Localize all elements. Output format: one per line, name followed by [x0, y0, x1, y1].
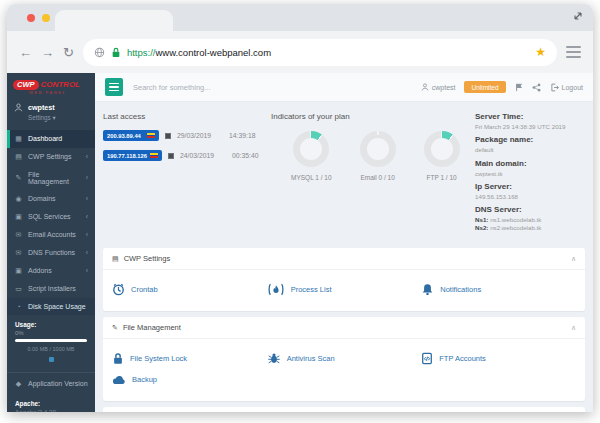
usage-percent: 0%: [15, 330, 87, 336]
sidebar-item-file-management[interactable]: ✎ File Management ‹: [7, 166, 95, 190]
last-access-title: Last access: [103, 112, 271, 121]
pie-chart-icon: ◔: [14, 303, 23, 310]
flag-icon[interactable]: [515, 83, 523, 92]
sidebar-item-dns-functions[interactable]: ✉ DNS Functions ‹: [7, 244, 95, 262]
email-gauge: Email 0 / 10: [360, 131, 396, 181]
server-info-section: Server Time: Fri March 29 14:38:39 UTC 2…: [475, 112, 585, 236]
bug-icon: [267, 352, 281, 365]
sidebar: CWP CONTROL WEB PANEL cwptest Settings ▾…: [7, 73, 95, 412]
access-time: 00:35:40: [232, 152, 258, 159]
sidebar-nav: ▦ Dashboard ▤ CWP Settings ‹ ✎ File Mana…: [7, 130, 95, 315]
fullscreen-icon[interactable]: [573, 11, 583, 21]
dashboard-icon: ▦: [14, 135, 23, 143]
gauges-row: MYSQL 1 / 10 Email 0 / 10 FTP 1 / 10: [271, 131, 475, 181]
last-access-row: 200.93.89.44 29/03/2019 14:39:18: [103, 130, 271, 141]
chevron-left-icon: ‹: [86, 231, 88, 238]
address-bar[interactable]: https://www.control-webpanel.com ★: [83, 39, 557, 66]
clock-icon: [112, 283, 125, 296]
flame-icon: [267, 283, 285, 296]
sidebar-item-domains[interactable]: ◉ Domains ‹: [7, 190, 95, 208]
sidebar-item-sql-services[interactable]: ▣ SQL Services ‹: [7, 208, 95, 226]
crontab-link[interactable]: Crontab: [112, 283, 267, 296]
chevron-left-icon: ‹: [86, 174, 88, 181]
sidebar-item-cwp-settings[interactable]: ▤ CWP Settings ‹: [7, 148, 95, 166]
minimize-button[interactable]: [42, 14, 50, 22]
app-topbar: cwptest Unlimited Logout: [95, 73, 593, 102]
backup-link[interactable]: Backup: [112, 373, 267, 386]
usage-refresh-icon[interactable]: [49, 357, 54, 362]
forward-icon[interactable]: →: [41, 46, 54, 59]
dashboard-content: Last access 200.93.89.44 29/03/2019 14:3…: [95, 102, 593, 412]
last-access-row: 190.77.118.126 24/03/2019 00:35:40: [103, 150, 271, 161]
notifications-link[interactable]: Notifications: [421, 283, 576, 296]
plan-indicators-section: Indicators of your plan MYSQL 1 / 10 Ema…: [271, 112, 475, 236]
sidebar-item-addons[interactable]: ▣ Addons ‹: [7, 262, 95, 280]
process-list-link[interactable]: Process List: [267, 283, 422, 296]
sidebar-item-dashboard[interactable]: ▦ Dashboard: [7, 130, 95, 148]
share-icon[interactable]: [532, 83, 541, 92]
topbar-user[interactable]: cwptest: [421, 83, 456, 91]
ftp-gauge: FTP 1 / 10: [424, 131, 460, 181]
browser-tab[interactable]: [55, 10, 173, 31]
sidebar-item-script-installers[interactable]: ▭ Script Installers: [7, 280, 95, 298]
sidebar-item-disk-space-usage[interactable]: ◔ Disk Space Usage: [7, 298, 95, 315]
sidebar-username: cwptest: [28, 103, 56, 112]
collapse-icon[interactable]: ∧: [571, 255, 576, 263]
chevron-left-icon: ‹: [86, 267, 88, 274]
package-name: Package name: default: [475, 135, 585, 154]
sidebar-user-block: cwptest Settings ▾: [7, 99, 95, 127]
host-icon: [168, 153, 174, 159]
url-text: https://www.control-webpanel.com: [127, 47, 271, 58]
close-button[interactable]: [27, 14, 35, 22]
panel-title: CWP Settings: [124, 254, 171, 263]
edit-icon: ✎: [112, 324, 118, 332]
panel-header: ◉ Domains ∧: [103, 407, 585, 412]
last-access-section: Last access 200.93.89.44 29/03/2019 14:3…: [103, 112, 271, 236]
reload-icon[interactable]: ↻: [63, 46, 74, 59]
browser-menu-icon[interactable]: [566, 46, 581, 58]
info-icon: ◆: [14, 380, 23, 388]
panel-domains: ◉ Domains ∧: [103, 407, 585, 412]
ip-badge: 200.93.89.44: [103, 130, 159, 141]
sidebar-item-email-accounts[interactable]: ✉ Email Accounts ‹: [7, 226, 95, 244]
chevron-left-icon: ‹: [86, 153, 88, 160]
panel-cwp-settings: ▤ CWP Settings ∧ Crontab Process List: [103, 248, 585, 311]
search-input[interactable]: [131, 82, 413, 93]
cwp-logo-title: CONTROL: [40, 80, 80, 89]
database-icon: ▣: [14, 213, 23, 221]
access-date: 24/03/2019: [180, 152, 226, 159]
donut-chart: [360, 131, 396, 167]
monitor-icon: ▭: [14, 285, 23, 293]
sidebar-toggle-button[interactable]: [105, 78, 123, 96]
logout-button[interactable]: Logout: [550, 83, 583, 92]
browser-toolbar: ← → ↻ https://www.control-webpanel.com ★: [7, 31, 593, 73]
access-time: 14:39:18: [229, 132, 255, 139]
lock-icon: [111, 47, 121, 58]
user-icon: [14, 103, 23, 112]
sidebar-settings-link[interactable]: Settings ▾: [28, 114, 56, 121]
collapse-icon[interactable]: ∧: [571, 324, 576, 332]
panel-file-management: ✎ File Management ∧ File System Lock Ant…: [103, 317, 585, 401]
antivirus-scan-link[interactable]: Antivirus Scan: [267, 352, 422, 365]
ftp-accounts-link[interactable]: FTP Accounts: [421, 352, 576, 365]
url-scheme: https://: [127, 47, 156, 58]
usage-progress-bar: [15, 339, 87, 342]
cwp-logo-subtitle: WEB PANEL: [29, 91, 89, 95]
sidebar-divider: [7, 372, 95, 373]
donut-chart: [424, 131, 460, 167]
sidebar-item-application-version[interactable]: ◆ Application Version: [7, 375, 95, 393]
apache-version-block: Apache: Apache/2.4.39 PHP:: [7, 393, 95, 412]
dns-server: DNS Server: Ns1: ns1.webcodelab.tk Ns2: …: [475, 205, 585, 232]
cwp-logo: CWP CONTROL WEB PANEL: [7, 73, 95, 99]
panel-title: File Management: [123, 323, 181, 332]
venezuela-flag-icon: [147, 133, 155, 138]
chart-icon: ▤: [112, 255, 119, 263]
file-system-lock-link[interactable]: File System Lock: [112, 352, 267, 365]
host-icon: [165, 133, 171, 139]
panel-body: File System Lock Antivirus Scan FTP Acco…: [103, 339, 585, 401]
user-icon: [421, 83, 429, 91]
mail-icon: ✉: [14, 249, 23, 257]
bookmark-star-icon[interactable]: ★: [535, 45, 546, 59]
chevron-left-icon: ‹: [86, 195, 88, 202]
back-icon[interactable]: ←: [19, 46, 32, 59]
